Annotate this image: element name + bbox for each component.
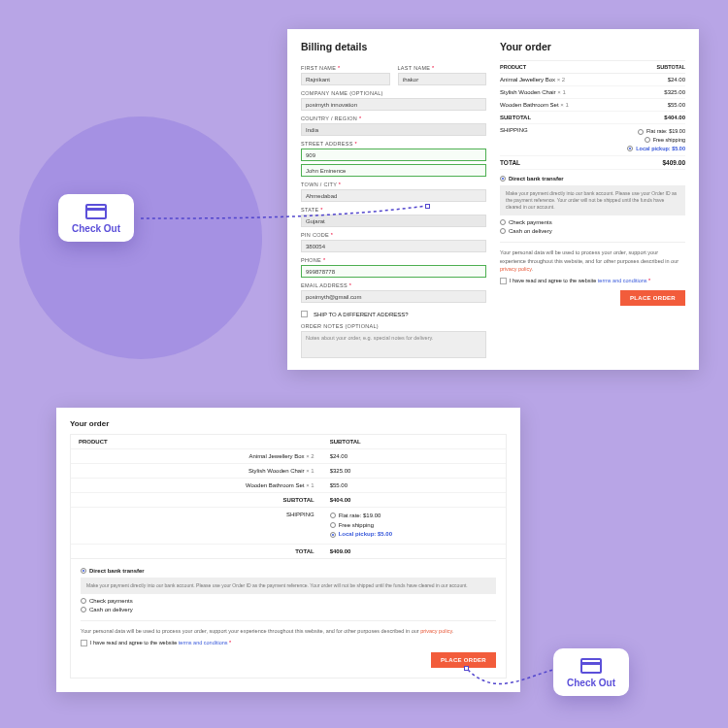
ship-free-b[interactable]: Free shipping [330,521,498,531]
company-input[interactable] [301,98,486,111]
ship-diff-toggle[interactable]: SHIP TO A DIFFERENT ADDRESS? [301,311,486,317]
last-name-input[interactable] [398,73,487,85]
bank-note-b: Make your payment directly into our bank… [81,578,496,594]
order-shipping: SHIPPING Flat rate: $19.00 Free shipping… [500,124,685,156]
pay-check[interactable]: Check payments [500,219,685,225]
pay-cod[interactable]: Cash on delivery [500,228,685,234]
country-label: COUNTRY / REGION * [301,116,486,121]
phone-input[interactable] [301,265,486,278]
ship-flat-b[interactable]: Flat rate: $19.00 [330,512,498,521]
order-table-b: PRODUCTSUBTOTAL Animal Jewellery Box × 2… [70,434,507,559]
state-select[interactable] [301,215,486,227]
badge-label: Check Out [567,678,615,688]
credit-card-icon [580,658,602,674]
order-total: TOTAL$409.00 [500,156,685,170]
order-heading: Your order [500,41,685,52]
order-shipping-b: SHIPPING Flat rate: $19.00 Free shipping… [71,508,506,545]
ship-free[interactable]: Free shipping [627,136,685,145]
connector-handle [464,666,469,671]
order-item: Wooden Bathroom Set × 1$55.00 [71,479,506,493]
connector-handle [425,204,430,209]
order-column: Your order PRODUCTSUBTOTAL Animal Jewell… [500,41,685,358]
order-table-header: PRODUCTSUBTOTAL [500,60,685,74]
checkout-panel-top: Billing details FIRST NAME * LAST NAME *… [287,29,699,370]
payment-block-b: Direct bank transfer Make your payment d… [70,559,507,678]
order-item: Stylish Wooden Chair × 1$325.00 [500,86,685,99]
order-notes-input[interactable]: Notes about your order, e.g. special not… [301,331,486,358]
email-input[interactable] [301,290,486,303]
place-order-button[interactable]: PLACE ORDER [620,290,685,306]
order-total-b: TOTAL$409.00 [71,545,506,558]
order-subtotal-b: SUBTOTAL$404.00 [71,493,506,508]
terms-checkbox-b[interactable]: I have read and agree to the website ter… [81,640,496,646]
pay-bank[interactable]: Direct bank transfer [500,176,685,182]
privacy-text-b: Your personal data will be used to proce… [81,620,496,635]
privacy-text: Your personal data will be used to proce… [500,242,685,273]
email-label: EMAIL ADDRESS * [301,282,486,288]
street1-input[interactable] [301,149,486,161]
town-input[interactable] [301,189,486,202]
pay-bank-b[interactable]: Direct bank transfer [81,568,496,574]
notes-label: ORDER NOTES (OPTIONAL) [301,323,486,329]
phone-label: PHONE * [301,257,486,263]
badge-label: Check Out [72,223,120,234]
ship-flat[interactable]: Flat rate: $19.00 [627,127,685,136]
state-label: STATE * [301,207,486,213]
pin-input[interactable] [301,240,486,252]
street2-input[interactable] [301,164,486,177]
payment-methods: Direct bank transfer Make your payment d… [500,176,685,234]
checkout-badge: Check Out [58,194,134,242]
terms-link[interactable]: terms and conditions [598,278,647,283]
billing-column: Billing details FIRST NAME * LAST NAME *… [301,41,486,358]
privacy-link[interactable]: privacy policy [500,266,532,272]
billing-heading: Billing details [301,41,486,52]
order-item: Animal Jewellery Box × 2$24.00 [500,74,685,86]
terms-link-b[interactable]: terms and conditions [179,640,228,645]
pay-check-b[interactable]: Check payments [81,598,496,604]
last-name-label: LAST NAME * [398,65,487,71]
ship-local[interactable]: Local pickup: $5.00 [627,145,685,153]
pay-cod-b[interactable]: Cash on delivery [81,607,496,612]
order-item: Wooden Bathroom Set × 1$55.00 [500,99,685,112]
order-subtotal: SUBTOTAL$404.00 [500,112,685,124]
company-label: COMPANY NAME (OPTIONAL) [301,90,486,96]
order-item: Stylish Wooden Chair × 1$325.00 [71,464,506,479]
credit-card-icon [85,204,107,219]
first-name-input[interactable] [301,73,390,85]
order-item: Animal Jewellery Box × 2$24.00 [71,449,506,464]
pin-label: PIN CODE * [301,232,486,238]
checkout-badge: Check Out [553,648,629,696]
ship-local-b[interactable]: Local pickup: $5.00 [330,530,498,540]
checkout-panel-bottom: Your order PRODUCTSUBTOTAL Animal Jewell… [56,408,520,692]
street-label: STREET ADDRESS * [301,141,486,147]
first-name-label: FIRST NAME * [301,65,390,71]
country-select[interactable] [301,123,486,136]
bank-note: Make your payment directly into our bank… [500,185,685,215]
privacy-link-b[interactable]: privacy policy [420,628,452,634]
order-heading-b: Your order [70,419,507,428]
background-blob [19,116,262,359]
terms-checkbox[interactable]: I have read and agree to the website ter… [500,278,685,284]
town-label: TOWN / CITY * [301,182,486,187]
